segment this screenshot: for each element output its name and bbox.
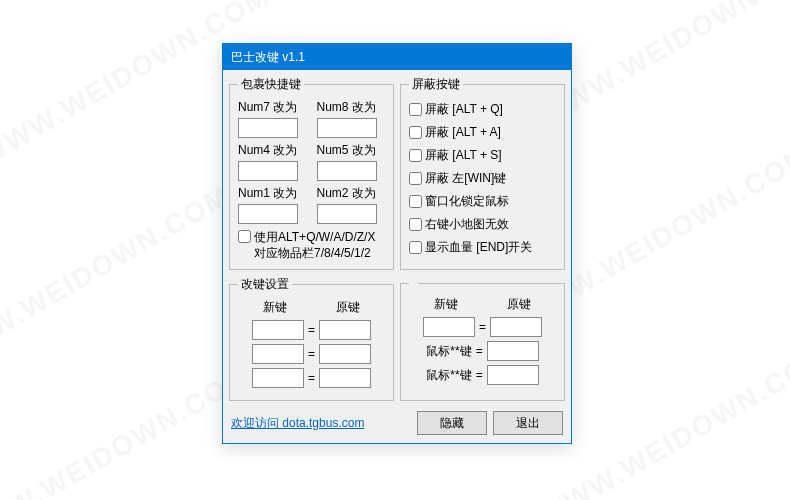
pkg-num5: Num5 改为 bbox=[317, 142, 386, 181]
app-window: 巴士改键 v1.1 包裹快捷键 Num7 改为 Num8 改为 Num4 改为 bbox=[222, 43, 572, 444]
pkg-num8: Num8 改为 bbox=[317, 99, 386, 138]
pkg-num7: Num7 改为 bbox=[238, 99, 307, 138]
remap-head-old: 原键 bbox=[336, 299, 360, 316]
remap-left-2-new[interactable] bbox=[252, 344, 304, 364]
pkg-num2-input[interactable] bbox=[317, 204, 377, 224]
shield-legend: 屏蔽按键 bbox=[409, 76, 463, 93]
footer-bar: 欢迎访问 dota.tgbus.com 隐藏 退出 bbox=[229, 407, 565, 437]
remap-right-1-new[interactable] bbox=[423, 317, 475, 337]
shield-alt-a[interactable]: 屏蔽 [ALT + A] bbox=[409, 124, 556, 141]
shield-alt-q[interactable]: 屏蔽 [ALT + Q] bbox=[409, 101, 556, 118]
pkg-num7-input[interactable] bbox=[238, 118, 298, 138]
watermark-text: WWW.WEIDOWN.COM bbox=[0, 360, 256, 500]
pkg-num5-input[interactable] bbox=[317, 161, 377, 181]
shield-hp-end[interactable]: 显示血量 [END]开关 bbox=[409, 239, 556, 256]
pkg-num4: Num4 改为 bbox=[238, 142, 307, 181]
alt-items-label: 使用ALT+Q/W/A/D/Z/X 对应物品栏7/8/4/5/1/2 bbox=[254, 230, 375, 261]
hide-button[interactable]: 隐藏 bbox=[417, 411, 487, 435]
remap-left-3: = bbox=[238, 368, 385, 388]
pkg-num1: Num1 改为 bbox=[238, 185, 307, 224]
package-legend: 包裹快捷键 bbox=[238, 76, 304, 93]
pkg-num4-input[interactable] bbox=[238, 161, 298, 181]
package-hotkeys-group: 包裹快捷键 Num7 改为 Num8 改为 Num4 改为 bbox=[229, 76, 394, 270]
visit-link[interactable]: 欢迎访问 dota.tgbus.com bbox=[231, 415, 364, 432]
remap-right-2-old[interactable] bbox=[487, 341, 539, 361]
remap-head-old-r: 原键 bbox=[507, 296, 531, 313]
remap-left-3-new[interactable] bbox=[252, 368, 304, 388]
pkg-num1-input[interactable] bbox=[238, 204, 298, 224]
remap-head-new: 新键 bbox=[263, 299, 287, 316]
remap-left-group: 改键设置 新键 原键 = = = bbox=[229, 276, 394, 401]
remap-right-3-old[interactable] bbox=[487, 365, 539, 385]
remap-right-2: 鼠标**键 = bbox=[409, 341, 556, 361]
shield-keys-group: 屏蔽按键 屏蔽 [ALT + Q] 屏蔽 [ALT + A] 屏蔽 [ALT +… bbox=[400, 76, 565, 270]
remap-left-2: = bbox=[238, 344, 385, 364]
shield-alt-s[interactable]: 屏蔽 [ALT + S] bbox=[409, 147, 556, 164]
alt-items-checkbox[interactable] bbox=[238, 230, 251, 243]
remap-right-1: = bbox=[409, 317, 556, 337]
remap-left-1: = bbox=[238, 320, 385, 340]
remap-left-1-old[interactable] bbox=[319, 320, 371, 340]
remap-legend: 改键设置 bbox=[238, 276, 292, 293]
pkg-num2: Num2 改为 bbox=[317, 185, 386, 224]
remap-left-1-new[interactable] bbox=[252, 320, 304, 340]
shield-rclick-minimap[interactable]: 右键小地图无效 bbox=[409, 216, 556, 233]
watermark-text: WWW.WEIDOWN.COM bbox=[534, 0, 790, 132]
shield-win-key[interactable]: 屏蔽 左[WIN]键 bbox=[409, 170, 556, 187]
pkg-num8-input[interactable] bbox=[317, 118, 377, 138]
remap-right-3: 鼠标**键 = bbox=[409, 365, 556, 385]
window-title: 巴士改键 v1.1 bbox=[223, 44, 571, 70]
remap-left-3-old[interactable] bbox=[319, 368, 371, 388]
shield-lock-mouse[interactable]: 窗口化锁定鼠标 bbox=[409, 193, 556, 210]
exit-button[interactable]: 退出 bbox=[493, 411, 563, 435]
watermark-text: WWW.WEIDOWN.COM bbox=[0, 180, 236, 373]
remap-head-new-r: 新键 bbox=[434, 296, 458, 313]
remap-left-2-old[interactable] bbox=[319, 344, 371, 364]
remap-right-group: . 新键 原键 = 鼠标**键 = 鼠标**键 = bbox=[400, 276, 565, 401]
watermark-text: WWW.WEIDOWN.COM bbox=[534, 340, 790, 500]
client-area: 包裹快捷键 Num7 改为 Num8 改为 Num4 改为 bbox=[223, 70, 571, 443]
remap-right-1-old[interactable] bbox=[490, 317, 542, 337]
